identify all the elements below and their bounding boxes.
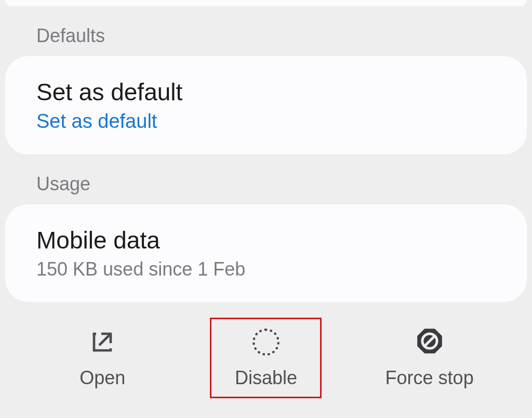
disable-button[interactable]: Disable bbox=[210, 318, 322, 398]
stop-icon bbox=[416, 328, 443, 357]
open-icon bbox=[90, 328, 115, 357]
set-as-default-subtitle: Set as default bbox=[36, 110, 496, 133]
set-as-default-card[interactable]: Set as default Set as default bbox=[5, 56, 527, 154]
mobile-data-subtitle: 150 KB used since 1 Feb bbox=[36, 258, 496, 280]
dotted-circle-icon bbox=[252, 328, 280, 357]
open-label: Open bbox=[79, 367, 125, 389]
set-as-default-title: Set as default bbox=[36, 78, 496, 106]
section-header-usage: Usage bbox=[0, 154, 532, 204]
force-stop-label: Force stop bbox=[385, 367, 474, 389]
bottom-action-bar: Open Disable Force stop bbox=[0, 318, 532, 418]
mobile-data-card[interactable]: Mobile data 150 KB used since 1 Feb bbox=[5, 204, 527, 302]
section-header-defaults: Defaults bbox=[0, 6, 532, 56]
open-button[interactable]: Open bbox=[47, 318, 158, 398]
previous-card-bottom bbox=[5, 0, 527, 6]
disable-label: Disable bbox=[235, 367, 297, 389]
force-stop-button[interactable]: Force stop bbox=[374, 318, 485, 398]
mobile-data-title: Mobile data bbox=[36, 226, 496, 254]
